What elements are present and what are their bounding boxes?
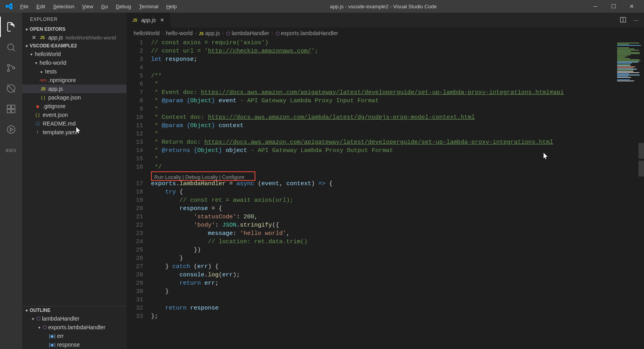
folder-tests[interactable]: ▸tests — [22, 67, 127, 76]
folder-helloWorld[interactable]: ▾helloWorld — [22, 50, 127, 58]
svg-rect-8 — [11, 105, 15, 109]
file-package-json[interactable]: { }package.json — [22, 93, 127, 102]
minimize-button[interactable]: ─ — [586, 0, 604, 13]
mouse-cursor-icon — [76, 127, 81, 134]
menu-selection[interactable]: Selection — [49, 2, 77, 11]
file-README-md[interactable]: ⓘREADME.md — [22, 119, 127, 128]
folder-hello-world[interactable]: ▾hello-world — [22, 58, 127, 67]
menu-view[interactable]: View — [79, 2, 97, 11]
breadcrumb-item[interactable]: ⬡ exports.lambdaHandler — [276, 30, 338, 36]
svg-point-1 — [8, 64, 9, 66]
outline-tree: ▾⬡lambdaHandler▾⬡exports.lambdaHandler[◉… — [22, 314, 127, 349]
run-icon[interactable] — [0, 119, 22, 140]
svg-rect-5 — [7, 105, 11, 109]
file-event-json[interactable]: { }event.json — [22, 111, 127, 119]
open-editor-item[interactable]: ✕ JS app.js helloWorld\hello-world — [22, 33, 127, 42]
file--npmignore[interactable]: npm.npmignore — [22, 76, 127, 84]
scroll-marker — [638, 161, 644, 176]
aws-icon[interactable]: aws — [0, 140, 22, 160]
file-app-js[interactable]: JSapp.js — [22, 84, 127, 93]
chevron-down-icon: ▾ — [25, 27, 28, 32]
close-button[interactable]: ✕ — [623, 0, 641, 13]
debug-icon[interactable] — [0, 78, 22, 99]
outline-header[interactable]: ▾ OUTLINE — [22, 306, 127, 314]
extensions-icon[interactable] — [0, 99, 22, 119]
breadcrumb-item[interactable]: hello-world — [166, 30, 193, 36]
chevron-down-icon: ▾ — [25, 44, 28, 48]
tab-close-icon[interactable]: × — [159, 17, 165, 24]
search-icon[interactable] — [0, 37, 22, 58]
menu-go[interactable]: Go — [98, 2, 111, 11]
window-controls: ─ ☐ ✕ — [586, 0, 641, 13]
code-content[interactable]: // const axios = require('axios')// cons… — [151, 39, 644, 349]
split-editor-icon[interactable] — [619, 16, 627, 24]
file-template-yaml[interactable]: !template.yaml — [22, 128, 127, 137]
title-bar: FileEditSelectionViewGoDebugTerminalHelp… — [0, 0, 644, 13]
menu-help[interactable]: Help — [163, 2, 181, 11]
codelens-debug[interactable]: Debug Locally — [185, 174, 218, 180]
tab-appjs[interactable]: JS app.js × — [127, 13, 171, 28]
source-control-icon[interactable] — [0, 58, 22, 78]
outline-exports-lambdaHandler[interactable]: ▾⬡exports.lambdaHandler — [22, 323, 127, 332]
breadcrumb[interactable]: helloWorld›hello-world›JS app.js›⬡ lambd… — [127, 28, 644, 39]
close-icon[interactable]: ✕ — [32, 34, 36, 41]
outline-response[interactable]: [◉]response — [22, 340, 127, 349]
codelens-run[interactable]: Run Locally — [154, 174, 181, 180]
scroll-marker — [638, 143, 644, 159]
file--gitignore[interactable]: ◆.gitignore — [22, 102, 127, 111]
code-editor[interactable]: 1234567891011121314151617181920212223242… — [127, 39, 644, 349]
minimap[interactable] — [616, 42, 644, 121]
codelens-configure[interactable]: Configure — [222, 174, 244, 180]
menu-debug[interactable]: Debug — [112, 2, 134, 11]
explorer-icon[interactable] — [0, 17, 22, 37]
svg-rect-6 — [7, 109, 11, 113]
svg-rect-7 — [11, 109, 15, 113]
sidebar: EXPLORER ▾ OPEN EDITORS ✕ JS app.js hell… — [22, 13, 127, 349]
js-file-icon: JS — [131, 18, 138, 23]
file-tree: ▾helloWorld▾hello-world▸testsnpm.npmigno… — [22, 50, 127, 137]
svg-point-2 — [8, 69, 9, 71]
codelens-actions[interactable]: Run Locally | Debug Locally | Configure — [152, 172, 247, 182]
activity-bar: aws — [0, 13, 22, 349]
js-file-icon: JS — [39, 36, 46, 40]
sidebar-title: EXPLORER — [22, 13, 127, 25]
maximize-button[interactable]: ☐ — [604, 0, 623, 13]
outline-err[interactable]: [◉]err — [22, 332, 127, 340]
breadcrumb-item[interactable]: JS app.js — [199, 30, 220, 36]
breadcrumb-item[interactable]: helloWorld — [134, 30, 160, 36]
breadcrumb-item[interactable]: ⬡ lambdaHandler — [226, 30, 269, 36]
outline-lambdaHandler[interactable]: ▾⬡lambdaHandler — [22, 314, 127, 323]
menu-file[interactable]: File — [17, 2, 32, 11]
menu-bar: FileEditSelectionViewGoDebugTerminalHelp — [17, 2, 180, 11]
window-title: app.js - vscode-example2 - Visual Studio… — [180, 4, 586, 9]
menu-edit[interactable]: Edit — [33, 2, 49, 11]
editor-area: JS app.js × ··· helloWorld›hello-world›J… — [127, 13, 644, 349]
open-editors-header[interactable]: ▾ OPEN EDITORS — [22, 25, 127, 33]
mouse-cursor-icon — [543, 153, 549, 160]
menu-terminal[interactable]: Terminal — [135, 2, 162, 11]
project-header[interactable]: ▾ VSCODE-EXAMPLE2 — [22, 42, 127, 50]
svg-point-3 — [13, 67, 15, 69]
more-icon[interactable]: ··· — [634, 17, 638, 23]
line-gutter: 1234567891011121314151617181920212223242… — [127, 39, 151, 349]
chevron-down-icon: ▾ — [25, 308, 28, 313]
svg-point-0 — [8, 44, 13, 50]
svg-point-9 — [7, 126, 15, 133]
vscode-logo-icon — [6, 3, 13, 10]
tab-bar: JS app.js × ··· — [127, 13, 644, 28]
